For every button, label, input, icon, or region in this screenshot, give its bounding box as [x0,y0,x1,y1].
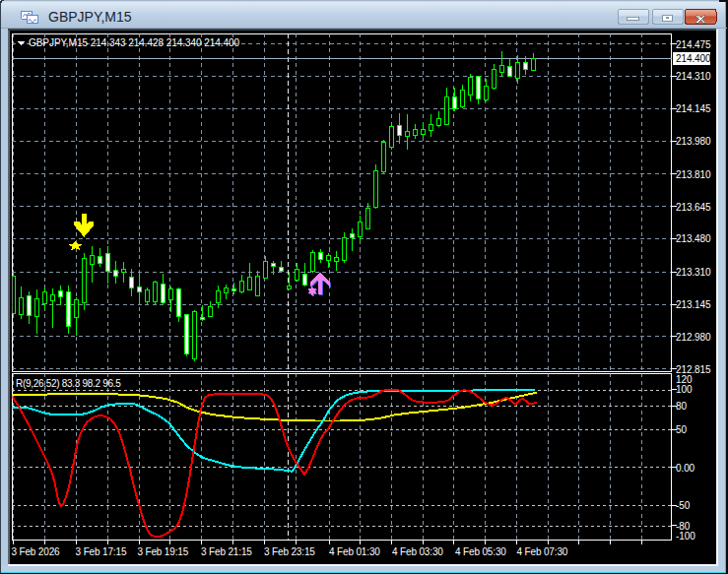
svg-text:100: 100 [676,384,693,395]
svg-text:214.400: 214.400 [676,53,711,64]
svg-text:0.00: 0.00 [676,463,695,474]
svg-text:213.310: 213.310 [676,267,711,278]
svg-text:3 Feb 23:15: 3 Feb 23:15 [264,546,315,557]
svg-text:GBPJPY,M15 214.343 214.428 214: GBPJPY,M15 214.343 214.428 214.340 214.4… [29,37,239,48]
svg-text:R(9,26,52) 83.3 98.2 96.5: R(9,26,52) 83.3 98.2 96.5 [16,378,121,389]
svg-text:3 Feb 2026: 3 Feb 2026 [11,546,60,557]
svg-text:212.980: 212.980 [676,332,711,343]
svg-text:213.480: 213.480 [676,233,711,244]
svg-text:GBPJPY,M15: GBPJPY,M15 [48,9,132,25]
svg-text:4 Feb 05:30: 4 Feb 05:30 [455,546,506,557]
svg-text:3 Feb 17:15: 3 Feb 17:15 [76,546,127,557]
svg-text:213.980: 213.980 [676,136,711,147]
svg-text:3 Feb 21:15: 3 Feb 21:15 [201,546,252,557]
svg-text:214.145: 214.145 [676,103,711,114]
svg-text:212.815: 212.815 [676,364,711,375]
svg-text:-100: -100 [676,531,695,542]
svg-text:4 Feb 07:30: 4 Feb 07:30 [517,546,568,557]
svg-text:214.475: 214.475 [676,39,711,50]
svg-text:-50: -50 [676,500,691,511]
svg-text:213.645: 213.645 [676,202,711,213]
svg-text:50: 50 [676,424,687,435]
svg-text:214.310: 214.310 [676,71,711,82]
svg-text:3 Feb 19:15: 3 Feb 19:15 [137,546,188,557]
svg-text:213.810: 213.810 [676,169,711,180]
svg-text:80: 80 [676,401,687,412]
svg-text:213.145: 213.145 [676,299,711,310]
svg-text:4 Feb 01:30: 4 Feb 01:30 [329,546,380,557]
svg-text:4 Feb 03:30: 4 Feb 03:30 [392,546,443,557]
